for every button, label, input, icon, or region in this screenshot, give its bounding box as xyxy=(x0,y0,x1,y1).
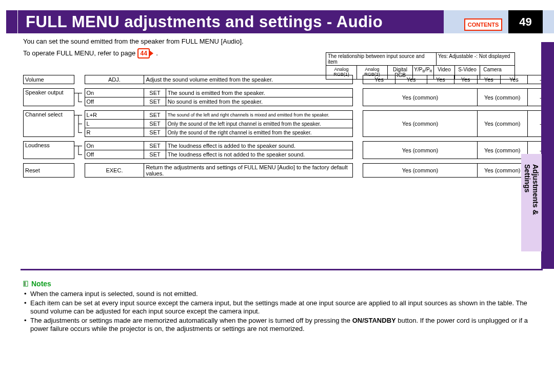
notes-heading: Notes xyxy=(23,280,541,288)
row-loudness-on: Loudness On SET The loudness effect is a… xyxy=(24,142,554,150)
intro-text: You can set the sound emitted from the s… xyxy=(23,37,244,58)
relheader-left: The relationship between input source an… xyxy=(326,53,437,65)
contents-button[interactable]: CONTENTS xyxy=(464,18,502,31)
relheader-right: Yes: Adjustable -: Not displayed xyxy=(437,53,515,65)
cell-channel-name: Channel select xyxy=(24,111,74,137)
note-item: Each item can be set at every input sour… xyxy=(23,299,541,316)
note-icon xyxy=(23,281,28,287)
cell-volume-type: ADJ. xyxy=(85,75,144,84)
cell-volume-name: Volume xyxy=(24,75,74,84)
page-number: 49 xyxy=(508,10,543,33)
cell-speaker-name: Speaker output xyxy=(24,89,74,106)
page-reference-link[interactable]: 44 xyxy=(137,48,150,58)
row-reset: Reset EXEC. Return the adjustments and s… xyxy=(24,164,554,178)
note-item: The adjustments or settings made are mem… xyxy=(23,317,541,333)
svg-rect-1 xyxy=(24,282,26,286)
cell-reset-name: Reset xyxy=(24,164,74,178)
intro-line1: You can set the sound emitted from the s… xyxy=(23,37,244,46)
page-title: FULL MENU adjustments and settings - Aud… xyxy=(26,10,383,33)
intro-line2a: To operate FULL MENU, refer to page xyxy=(23,49,135,58)
right-rail xyxy=(543,42,554,269)
accent-bar xyxy=(6,10,17,33)
cell-volume-desc: Adjust the sound volume emitted from the… xyxy=(144,75,352,84)
intro-line2b: . xyxy=(156,49,158,58)
row-volume: Volume ADJ. Adjust the sound volume emit… xyxy=(24,75,554,84)
intro-line2: To operate FULL MENU, refer to page 44 . xyxy=(23,48,244,58)
row-speaker-on: Speaker output On SET The sound is emitt… xyxy=(24,89,554,97)
note-item: When the camera input is selected, sound… xyxy=(23,290,541,298)
horizontal-rail xyxy=(21,269,543,270)
cell-loudness-name: Loudness xyxy=(24,142,74,159)
row-channel-lr: Channel select L+R SET The sound of the … xyxy=(24,111,554,120)
notes-section: Notes When the camera input is selected,… xyxy=(23,280,541,334)
settings-table: Volume ADJ. Adjust the sound volume emit… xyxy=(23,75,554,178)
section-tab-label: Adjustments & Settings xyxy=(521,164,542,215)
